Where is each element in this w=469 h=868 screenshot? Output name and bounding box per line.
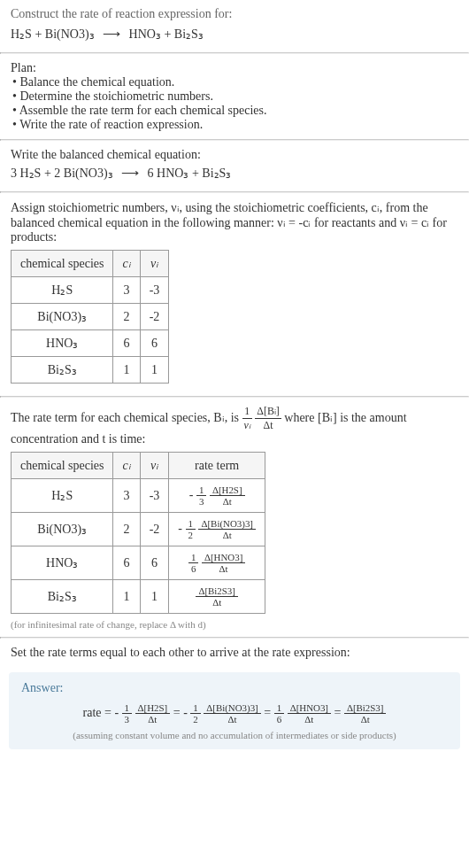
cell-c: 6 bbox=[113, 546, 140, 580]
frac-den: Δt bbox=[255, 419, 281, 432]
cell-v: -3 bbox=[140, 479, 169, 513]
cell-species: Bi₂S₃ bbox=[12, 580, 113, 614]
col-species: chemical species bbox=[12, 453, 113, 479]
coef-frac: 13 bbox=[122, 702, 132, 725]
col-c: cᵢ bbox=[113, 251, 140, 277]
stoich-text: Assign stoichiometric numbers, νᵢ, using… bbox=[11, 200, 458, 244]
sign: - bbox=[178, 522, 182, 535]
table-row: Bi₂S₃ 1 1 Δ[Bi2S3]Δt bbox=[12, 580, 265, 614]
rate-label: rate = bbox=[83, 706, 111, 719]
table-row: HNO₃ 6 6 16 Δ[HNO3]Δt bbox=[12, 546, 265, 580]
cell-rate-term: Δ[Bi2S3]Δt bbox=[169, 580, 265, 614]
col-c: cᵢ bbox=[113, 453, 140, 479]
unbalanced-equation: H₂S + Bi(NO3)₃ ⟶ HNO₃ + Bi₂S₃ bbox=[11, 27, 458, 42]
plan-title: Plan: bbox=[11, 61, 458, 75]
rate-coef-frac: 1 νᵢ bbox=[242, 405, 252, 432]
delta-frac: Δ[Bi(NO3)3]Δt bbox=[204, 702, 261, 725]
balanced-equation: 3 H₂S + 2 Bi(NO3)₃ ⟶ 6 HNO₃ + Bi₂S₃ bbox=[11, 166, 458, 181]
coef-frac: 16 bbox=[274, 702, 284, 725]
answer-box: Answer: rate = - 13 Δ[H2S]Δt = - 12 Δ[Bi… bbox=[9, 672, 460, 749]
final-section: Set the rate terms equal to each other t… bbox=[0, 639, 469, 667]
rate-term-section: The rate term for each chemical species,… bbox=[0, 398, 469, 637]
answer-note: (assuming constant volume and no accumul… bbox=[21, 730, 448, 740]
table-row: HNO₃ 6 6 bbox=[12, 330, 169, 357]
col-v: νᵢ bbox=[140, 453, 169, 479]
col-rate-term: rate term bbox=[169, 453, 265, 479]
frac-den: νᵢ bbox=[242, 419, 252, 432]
cell-v: 1 bbox=[140, 580, 169, 614]
cell-v: -2 bbox=[140, 513, 169, 546]
rate-term-text: The rate term for each chemical species,… bbox=[11, 405, 458, 446]
arrow-icon: ⟶ bbox=[103, 27, 120, 42]
cell-c: 1 bbox=[113, 357, 140, 384]
plan-item: • Write the rate of reaction expression. bbox=[12, 118, 458, 132]
plan-item: • Balance the chemical equation. bbox=[12, 75, 458, 89]
equals: = bbox=[173, 706, 181, 719]
cell-rate-term: 16 Δ[HNO3]Δt bbox=[169, 546, 265, 580]
frac-num: Δ[Bᵢ] bbox=[255, 405, 281, 419]
cell-c: 1 bbox=[113, 580, 140, 614]
term: - 12 Δ[Bi(NO3)3]Δt bbox=[183, 706, 264, 719]
cell-v: 6 bbox=[140, 330, 169, 357]
eq-lhs: H₂S + Bi(NO3)₃ bbox=[11, 27, 95, 41]
header-section: Construct the rate of reaction expressio… bbox=[0, 0, 469, 52]
plan-item: • Determine the stoichiometric numbers. bbox=[12, 89, 458, 104]
rate-expression: rate = - 13 Δ[H2S]Δt = - 12 Δ[Bi(NO3)3]Δ… bbox=[21, 702, 448, 725]
table-row: H₂S 3 -3 bbox=[12, 277, 169, 304]
cell-species: H₂S bbox=[12, 479, 113, 513]
rate-term-pre: The rate term for each chemical species,… bbox=[11, 411, 239, 424]
delta-frac: Δ[Bi(NO3)3]Δt bbox=[198, 518, 256, 540]
delta-frac: Δ[H2S]Δt bbox=[210, 484, 245, 507]
plan-section: Plan: • Balance the chemical equation. •… bbox=[0, 54, 469, 139]
balanced-section: Write the balanced chemical equation: 3 … bbox=[0, 141, 469, 191]
cell-species: HNO₃ bbox=[12, 546, 113, 580]
cell-c: 3 bbox=[113, 479, 140, 513]
table-header-row: chemical species cᵢ νᵢ bbox=[12, 251, 169, 277]
infinitesimal-note: (for infinitesimal rate of change, repla… bbox=[11, 619, 458, 630]
rate-delta-frac: Δ[Bᵢ] Δt bbox=[255, 405, 281, 432]
equals: = bbox=[334, 706, 341, 719]
col-species: chemical species bbox=[12, 251, 113, 277]
final-text: Set the rate terms equal to each other t… bbox=[11, 646, 458, 660]
cell-v: -3 bbox=[140, 277, 169, 304]
cell-rate-term: - 12 Δ[Bi(NO3)3]Δt bbox=[169, 513, 265, 546]
table-row: Bi₂S₃ 1 1 bbox=[12, 357, 169, 384]
table-row: Bi(NO3)₃ 2 -2 bbox=[12, 304, 169, 330]
delta-frac: Δ[H2S]Δt bbox=[135, 702, 171, 725]
plan-item: • Assemble the rate term for each chemic… bbox=[12, 104, 458, 118]
delta-frac: Δ[Bi2S3]Δt bbox=[344, 702, 387, 725]
cell-c: 3 bbox=[113, 277, 140, 304]
frac-num: 1 bbox=[242, 405, 252, 419]
cell-rate-term: - 13 Δ[H2S]Δt bbox=[169, 479, 265, 513]
cell-species: HNO₃ bbox=[12, 330, 113, 357]
stoich-table: chemical species cᵢ νᵢ H₂S 3 -3 Bi(NO3)₃… bbox=[11, 250, 169, 384]
answer-label: Answer: bbox=[21, 681, 448, 695]
prompt-text: Construct the rate of reaction expressio… bbox=[11, 7, 458, 21]
eq-rhs: HNO₃ + Bi₂S₃ bbox=[129, 27, 204, 41]
sign: - bbox=[189, 488, 194, 501]
delta-frac: Δ[Bi2S3]Δt bbox=[196, 585, 238, 608]
table-row: Bi(NO3)₃ 2 -2 - 12 Δ[Bi(NO3)3]Δt bbox=[12, 513, 265, 546]
coef-frac: 16 bbox=[188, 552, 198, 574]
eq-rhs: 6 HNO₃ + Bi₂S₃ bbox=[148, 167, 232, 180]
cell-c: 6 bbox=[113, 330, 140, 357]
delta-frac: Δ[HNO3]Δt bbox=[202, 552, 245, 574]
col-v: νᵢ bbox=[140, 251, 169, 277]
coef-frac: 12 bbox=[190, 702, 200, 725]
cell-c: 2 bbox=[113, 304, 140, 330]
delta-frac: Δ[HNO3]Δt bbox=[288, 702, 331, 725]
coef-frac: 12 bbox=[186, 518, 196, 540]
stoich-section: Assign stoichiometric numbers, νᵢ, using… bbox=[0, 193, 469, 396]
eq-lhs: 3 H₂S + 2 Bi(NO3)₃ bbox=[11, 167, 113, 180]
table-row: H₂S 3 -3 - 13 Δ[H2S]Δt bbox=[12, 479, 265, 513]
term: - 13 Δ[H2S]Δt bbox=[114, 706, 173, 719]
cell-v: -2 bbox=[140, 304, 169, 330]
equals: = bbox=[264, 706, 271, 719]
cell-species: Bi(NO3)₃ bbox=[12, 304, 113, 330]
sign: - bbox=[183, 706, 188, 719]
cell-v: 6 bbox=[140, 546, 169, 580]
table-header-row: chemical species cᵢ νᵢ rate term bbox=[12, 453, 265, 479]
term: Δ[Bi2S3]Δt bbox=[344, 706, 387, 719]
coef-frac: 13 bbox=[196, 484, 206, 507]
cell-species: Bi₂S₃ bbox=[12, 357, 113, 384]
